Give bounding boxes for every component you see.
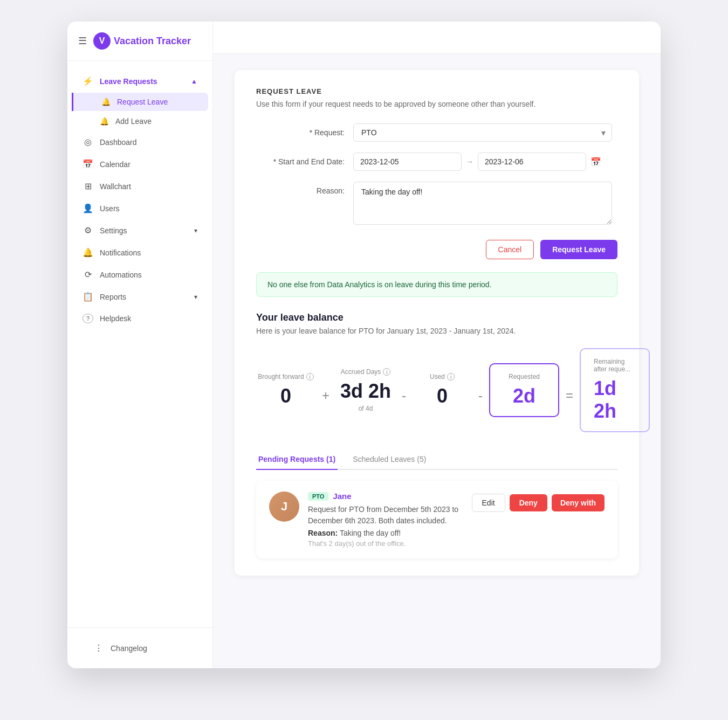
reason-control: Taking the day off! — [353, 182, 612, 227]
chevron-down-icon2: ▾ — [194, 293, 197, 301]
request-leave-button[interactable]: Request Leave — [540, 240, 617, 259]
chevron-down-icon: ▾ — [194, 227, 197, 234]
requested-value: 2d — [513, 385, 535, 407]
tab-scheduled-leaves[interactable]: Scheduled Leaves (5) — [351, 449, 428, 470]
date-row: → 📅 — [353, 153, 612, 171]
requester-name: Jane — [333, 491, 351, 501]
sidebar-item-leave-requests[interactable]: ⚡ Leave Requests ▲ — [72, 71, 208, 92]
sidebar-item-helpdesk[interactable]: ? Helpdesk — [72, 308, 208, 329]
deny-with-button[interactable]: Deny with — [552, 494, 605, 511]
sidebar: ☰ V Vacation Tracker ⚡ Leave Requests ▲ … — [67, 22, 213, 668]
plus-operator: + — [315, 388, 336, 403]
used-value: 0 — [437, 385, 448, 407]
request-control: PTO Sick Leave Unpaid Leave — [353, 123, 612, 142]
deny-button[interactable]: Deny — [510, 494, 547, 511]
calendar-picker-icon[interactable]: 📅 — [590, 157, 601, 167]
notifications-icon: 🔔 — [83, 247, 93, 258]
request-card: J PTO Jane Request for PTO from December… — [256, 481, 617, 558]
logo-icon: V — [93, 32, 111, 50]
sidebar-item-notifications[interactable]: 🔔 Notifications — [72, 242, 208, 263]
tabs-header: Pending Requests (1) Scheduled Leaves (5… — [256, 449, 617, 470]
sidebar-footer: ⋮ Changelog — [67, 627, 212, 668]
sidebar-item-request-leave[interactable]: 🔔 Request Leave — [72, 93, 208, 111]
main-content: REQUEST LEAVE Use this form if your requ… — [213, 22, 661, 668]
chevron-up-icon: ▲ — [191, 78, 197, 85]
request-select-wrapper: PTO Sick Leave Unpaid Leave — [353, 123, 612, 142]
sidebar-item-calendar[interactable]: 📅 Calendar — [72, 154, 208, 175]
dashboard-icon: ◎ — [83, 137, 93, 147]
used-label: Used i — [430, 373, 455, 380]
content-area: REQUEST LEAVE Use this form if your requ… — [213, 54, 661, 603]
date-label: * Start and End Date: — [256, 153, 353, 166]
sidebar-item-automations[interactable]: ⟳ Automations — [72, 264, 208, 285]
balance-subtitle: Here is your leave balance for PTO for J… — [256, 327, 617, 335]
edit-button[interactable]: Edit — [472, 494, 505, 512]
tabs-section: Pending Requests (1) Scheduled Leaves (5… — [256, 449, 617, 558]
requested-label: Requested — [509, 373, 540, 380]
balance-row: Brought forward i 0 + Accrued Days i — [256, 348, 617, 432]
accrued-days-sub: of 4d — [359, 405, 373, 412]
sidebar-item-wallchart[interactable]: ⊞ Wallchart — [72, 176, 208, 197]
cancel-button[interactable]: Cancel — [486, 240, 534, 259]
sidebar-item-changelog[interactable]: ⋮ Changelog — [83, 638, 197, 659]
brought-forward-label: Brought forward i — [258, 373, 313, 380]
balance-requested: Requested 2d — [489, 363, 559, 417]
calendar-icon: 📅 — [83, 159, 93, 169]
date-control: → 📅 — [353, 153, 612, 171]
changelog-icon: ⋮ — [93, 643, 104, 653]
sidebar-item-dashboard[interactable]: ◎ Dashboard — [72, 131, 208, 153]
request-select[interactable]: PTO Sick Leave Unpaid Leave — [353, 123, 612, 142]
card-subtitle: Use this form if your request needs to b… — [256, 100, 617, 108]
balance-brought-forward: Brought forward i 0 — [256, 373, 315, 407]
sidebar-item-users[interactable]: 👤 Users — [72, 198, 208, 219]
request-meta: That's 2 day(s) out of the office. — [308, 539, 463, 548]
leave-balance-section: Your leave balance Here is your leave ba… — [256, 312, 617, 432]
balance-remaining: Remaining after reque... 1d 2h — [580, 348, 650, 432]
pto-badge: PTO — [308, 492, 328, 501]
request-reason: Reason: Taking the day off! — [308, 529, 463, 537]
sidebar-item-add-leave[interactable]: 🔔 Add Leave — [72, 112, 208, 130]
sidebar-item-settings[interactable]: ⚙ Settings ▾ — [72, 220, 208, 241]
used-info-icon[interactable]: i — [447, 373, 455, 380]
reports-icon: 📋 — [83, 292, 93, 302]
accrued-info-icon[interactable]: i — [383, 368, 390, 376]
form-row-reason: Reason: Taking the day off! — [256, 182, 617, 227]
minus-operator-1: - — [395, 388, 413, 403]
bell-sub-icon2: 🔔 — [100, 117, 109, 126]
date-end-input[interactable] — [478, 153, 586, 171]
avatar: J — [269, 491, 299, 522]
tab-pending-requests[interactable]: Pending Requests (1) — [256, 449, 338, 470]
minus-operator-2: - — [472, 388, 489, 403]
top-bar — [213, 22, 661, 54]
grid-icon: ⊞ — [83, 181, 93, 191]
remaining-label: Remaining after reque... — [594, 358, 636, 373]
request-leave-card: REQUEST LEAVE Use this form if your requ… — [235, 70, 639, 576]
info-banner: No one else from Data Analytics is on le… — [256, 272, 617, 297]
settings-icon: ⚙ — [83, 225, 93, 236]
request-description: Request for PTO from December 5th 2023 t… — [308, 504, 463, 527]
automations-icon: ⟳ — [83, 269, 93, 280]
balance-accrued: Accrued Days i 3d 2h of 4d — [336, 368, 395, 412]
helpdesk-icon: ? — [83, 314, 93, 323]
card-title: REQUEST LEAVE — [256, 87, 617, 95]
sidebar-header: ☰ V Vacation Tracker — [67, 22, 212, 61]
reason-label: Reason: — [256, 182, 353, 195]
bell-sub-icon: 🔔 — [101, 98, 111, 106]
request-label: * Request: — [256, 123, 353, 137]
sidebar-item-reports[interactable]: 📋 Reports ▾ — [72, 286, 208, 307]
reason-textarea[interactable]: Taking the day off! — [353, 182, 612, 225]
accrued-days-label: Accrued Days i — [341, 368, 391, 376]
form-row-request: * Request: PTO Sick Leave Unpaid Leave — [256, 123, 617, 142]
request-info: PTO Jane Request for PTO from December 5… — [308, 491, 463, 548]
equals-operator: = — [559, 388, 580, 403]
logo-text: Vacation Tracker — [114, 36, 191, 47]
form-row-date: * Start and End Date: → 📅 — [256, 153, 617, 171]
balance-title: Your leave balance — [256, 312, 617, 323]
date-start-input[interactable] — [353, 153, 462, 171]
brought-forward-info-icon[interactable]: i — [306, 373, 314, 380]
balance-used: Used i 0 — [413, 373, 472, 407]
hamburger-icon[interactable]: ☰ — [78, 35, 87, 47]
date-arrow-icon: → — [466, 157, 473, 166]
users-icon: 👤 — [83, 203, 93, 213]
form-actions: Cancel Request Leave — [256, 240, 617, 259]
